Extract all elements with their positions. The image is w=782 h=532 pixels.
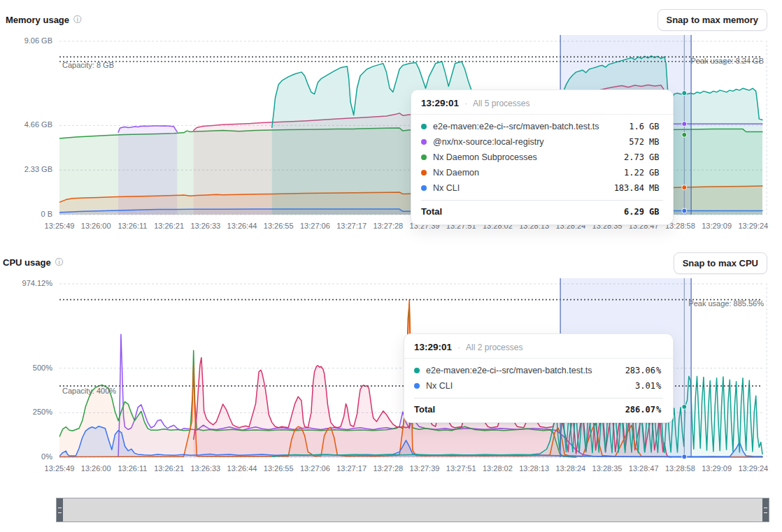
- y-axis-label: 4.66 GB: [0, 120, 52, 129]
- grip-icon: [764, 508, 767, 513]
- x-axis-label: 13:29:24: [738, 464, 768, 473]
- memory-usage-title-text: Memory usage: [6, 15, 69, 25]
- tooltip-process-name: @nx/nx-source:local-registry: [433, 137, 608, 147]
- tooltip-process-name: Nx CLI: [426, 381, 613, 391]
- memory-tooltip-total: Total 6.29 GB: [421, 200, 663, 217]
- series-color-dot-icon: [414, 368, 420, 373]
- tooltip-row: e2e-maven:e2e-ci--src/maven-batch.test.t…: [421, 119, 663, 134]
- tooltip-process-name: Nx Daemon Subprocesses: [433, 152, 608, 162]
- snap-to-max-cpu-button[interactable]: Snap to max CPU: [674, 252, 767, 274]
- x-axis-label: 13:28:47: [629, 464, 659, 473]
- cpu-tooltip-total: Total 286.07 %: [414, 398, 663, 415]
- memory-tooltip: 13:29:01 · All 5 processes e2e-maven:e2e…: [411, 89, 674, 225]
- info-icon[interactable]: ⓘ: [73, 14, 82, 26]
- timeline-brush[interactable]: [56, 498, 769, 522]
- y-axis-label: 500%: [0, 364, 52, 372]
- tooltip-row: e2e-maven:e2e-ci--src/maven-batch.test.t…: [414, 363, 663, 378]
- x-axis-label: 13:27:06: [300, 464, 330, 473]
- x-axis-label: 13:27:06: [300, 222, 330, 230]
- brush-right-handle[interactable]: [762, 498, 769, 522]
- x-axis-label: 13:25:49: [45, 222, 75, 230]
- tooltip-process-unit: GB: [649, 168, 663, 178]
- tooltip-row: Nx CLI3.01%: [414, 378, 663, 394]
- y-axis-label: 9.06 GB: [0, 36, 52, 45]
- x-axis-label: 13:25:49: [45, 464, 75, 473]
- brush-left-handle[interactable]: [57, 498, 63, 522]
- x-axis-label: 13:27:39: [410, 464, 440, 473]
- tooltip-process-value: 1.6: [608, 122, 644, 131]
- x-axis-label: 13:26:21: [154, 464, 184, 473]
- memory-capacity-label: Capacity: 8 GB: [62, 61, 114, 69]
- y-axis-label: 0 B: [0, 210, 52, 218]
- cpu-capacity-label: Capacity: 400%: [62, 387, 116, 395]
- tooltip-subtitle: All 5 processes: [473, 99, 529, 108]
- x-axis-label: 13:26:33: [190, 222, 220, 230]
- tooltip-process-value: 572: [608, 137, 644, 147]
- tooltip-process-unit: MB: [649, 183, 663, 193]
- tooltip-process-value: 3.01: [613, 381, 655, 391]
- x-axis-label: 13:29:24: [738, 222, 768, 230]
- tooltip-process-name: e2e-maven:e2e-ci--src/maven-batch.test.t…: [433, 122, 608, 131]
- tooltip-process-name: Nx CLI: [433, 183, 608, 193]
- x-axis-label: 13:26:00: [81, 222, 111, 230]
- tooltip-time: 13:29:01: [421, 98, 459, 108]
- tooltip-total-unit: GB: [649, 207, 663, 217]
- x-axis-label: 13:29:09: [702, 222, 732, 230]
- tooltip-process-unit: %: [656, 381, 663, 391]
- x-axis-label: 13:26:21: [154, 222, 184, 230]
- x-axis-label: 13:28:58: [665, 464, 695, 473]
- x-axis-label: 13:27:17: [336, 222, 367, 230]
- tooltip-process-value: 183.84: [608, 183, 644, 193]
- x-axis-label: 13:26:33: [190, 464, 220, 473]
- memory-usage-title: Memory usage ⓘ: [6, 14, 82, 26]
- info-icon[interactable]: ⓘ: [55, 257, 64, 268]
- tooltip-process-unit: GB: [649, 152, 663, 162]
- x-axis-label: 13:26:55: [264, 222, 294, 230]
- tooltip-row: Nx Daemon1.22GB: [421, 165, 663, 180]
- x-axis-label: 13:27:51: [446, 464, 476, 473]
- x-axis-label: 13:29:09: [702, 464, 732, 473]
- cpu-tooltip-header: 13:29:01 · All 2 processes: [414, 340, 663, 358]
- tooltip-process-unit: MB: [649, 137, 663, 147]
- tooltip-process-name: e2e-maven:e2e-ci--src/maven-batch.test.t…: [426, 366, 613, 375]
- series-color-dot-icon: [421, 139, 427, 145]
- tooltip-process-unit: GB: [649, 122, 663, 131]
- resource-profiler-page: Memory usage ⓘ Snap to max memory 9.06 G…: [0, 0, 782, 532]
- cpu-tooltip: 13:29:01 · All 2 processes e2e-maven:e2e…: [404, 333, 674, 423]
- x-axis-label: 13:28:02: [483, 464, 513, 473]
- x-axis-label: 13:26:55: [264, 464, 294, 473]
- series-color-dot-icon: [421, 170, 427, 175]
- tooltip-process-unit: %: [656, 366, 663, 375]
- tooltip-row: Nx Daemon Subprocesses2.73GB: [421, 150, 663, 165]
- tooltip-total-value: 6.29: [608, 207, 644, 217]
- tooltip-time: 13:29:01: [414, 342, 452, 352]
- tooltip-total-label: Total: [421, 206, 608, 217]
- series-color-dot-icon: [421, 154, 427, 160]
- x-axis-label: 13:26:00: [81, 464, 111, 473]
- cpu-tooltip-rows: e2e-maven:e2e-ci--src/maven-batch.test.t…: [414, 359, 663, 394]
- tooltip-process-value: 2.73: [608, 152, 644, 162]
- x-axis-label: 13:26:44: [227, 222, 257, 230]
- brush-track[interactable]: [63, 498, 762, 522]
- x-axis-label: 13:27:17: [336, 464, 367, 473]
- tooltip-total-label: Total: [414, 404, 613, 415]
- memory-peak-label: Peak usage: 8.24 GB: [690, 57, 764, 65]
- tooltip-row: Nx CLI183.84MB: [421, 180, 663, 196]
- tooltip-total-unit: %: [656, 405, 663, 415]
- y-axis-label: 2.33 GB: [0, 165, 52, 173]
- y-axis-label: 250%: [0, 408, 52, 416]
- x-axis-label: 13:26:11: [118, 464, 147, 473]
- cpu-usage-title: CPU usage ⓘ: [3, 257, 64, 268]
- memory-tooltip-rows: e2e-maven:e2e-ci--src/maven-batch.test.t…: [421, 115, 663, 196]
- series-color-dot-icon: [421, 124, 427, 129]
- y-axis-label: 0%: [0, 452, 52, 461]
- snap-to-max-memory-button[interactable]: Snap to max memory: [657, 9, 768, 31]
- x-axis-label: 13:27:28: [373, 222, 403, 230]
- x-axis-label: 13:28:35: [592, 464, 623, 473]
- series-color-dot-icon: [421, 185, 427, 191]
- x-axis-label: 13:28:13: [519, 464, 549, 473]
- tooltip-process-name: Nx Daemon: [433, 168, 608, 178]
- tooltip-separator: ·: [457, 343, 460, 352]
- tooltip-separator: ·: [464, 99, 467, 108]
- y-axis-label: 974.12%: [0, 279, 52, 287]
